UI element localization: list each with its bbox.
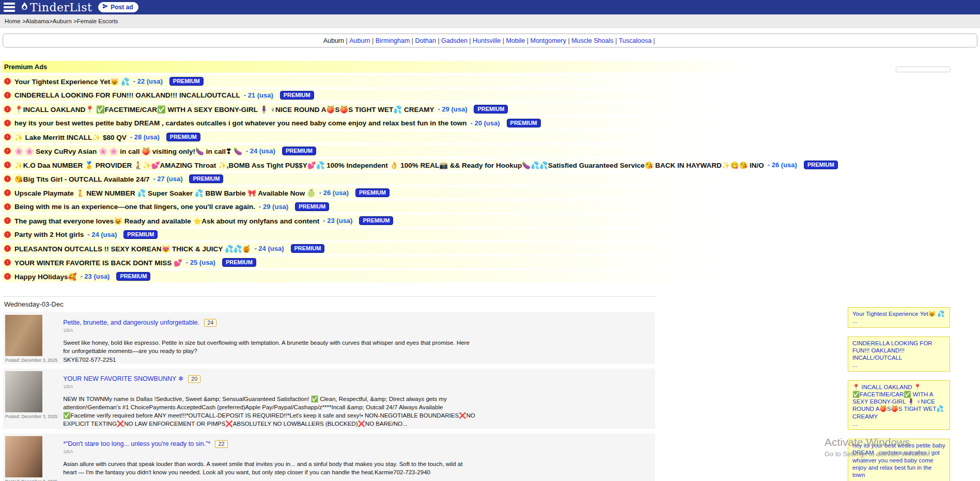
listing-title[interactable]: Petite, brunette, and dangerously unforg… [63,319,199,326]
premium-ad-title[interactable]: Your Tightest Experience Yet😺 💦 [14,77,130,86]
premium-ad-title[interactable]: PLEASANTON OUTCALLS !! SEXY KOREAN😻 THIC… [14,245,251,253]
date-header: Wednesday-03-Dec [3,299,655,312]
premium-ad-title[interactable]: ✨K.O Daa NUMBER 🥇 PROVIDER 🧎✨💕AMAZING Th… [14,161,764,169]
city-link-tuscaloosa[interactable]: Tuscaloosa [619,37,651,44]
ellipsis: ... [852,420,945,427]
premium-ad-age: - 24 (usa) [254,245,284,252]
city-link-muscle-shoals[interactable]: Muscle Shoals [571,37,613,44]
listing-title[interactable]: *"Don't stare too long... unless you're … [63,440,210,447]
listing-row: Posted: December 3, 2025 YOUR NEW FAVORI… [3,368,655,429]
listing-row: Posted: December 3, 2025 Petite, brunett… [3,312,655,364]
premium-ad-age: - 29 (usa) [259,203,288,211]
breadcrumb-state[interactable]: Alabama [26,18,49,24]
city-link-dothan[interactable]: Dothan [415,37,436,44]
menu-icon[interactable] [4,3,15,12]
premium-badge: PREMIUM [355,188,390,197]
listing-description: Sweet like honey, bold like espresso. Pe… [63,339,476,356]
up-arrow-icon: ↑ [4,134,11,140]
posted-date: Posted: December 3, 2025 [5,414,57,419]
premium-ad-title[interactable]: 📍INCALL OAKLAND📍 ✅FACETIME/CAR✅ WITH A S… [14,105,434,114]
sidebar-ad[interactable]: CINDERELLA LOOKING FOR FUN!!! OAKLAND!!!… [848,336,950,372]
flame-icon [20,1,30,14]
premium-ad-row[interactable]: ↑CINDERELLA LOOKING FOR FUN!!! OAKLAND!!… [2,89,978,101]
up-arrow-icon: ↑ [4,273,11,280]
premium-ad-row[interactable]: ↑Happy HOlidays🥰- 23 (usa)PREMIUM [2,270,978,282]
premium-ad-title[interactable]: YOUR WINTER FAVORITE IS BACK DONT MISS 💕 [14,259,182,267]
age-badge: 24 [204,319,216,327]
up-arrow-icon: ↑ [4,162,11,168]
sidebar-ad[interactable]: hey its your best wettes petite baby DRE… [848,439,950,481]
premium-ad-row[interactable]: ↑✨ Lake Merritt INCALL✨ $80 QV- 28 (usa)… [2,131,978,143]
premium-badge: PREMIUM [189,174,223,183]
listing-photo[interactable] [5,315,42,356]
premium-ad-row[interactable]: ↑Party with 2 Hot girls- 24 (usa)PREMIUM [2,229,978,241]
up-arrow-icon: ↑ [4,175,11,182]
premium-ad-title[interactable]: The pawg that everyone loves😺 Ready and … [14,217,319,225]
daily-listings: Wednesday-03-Dec Posted: December 3, 202… [3,296,655,481]
listing-photo[interactable] [5,371,42,412]
paper-plane-icon [102,3,108,11]
sidebar-premium-ads: Your Tightest Experience Yet😺 💦 ... CIND… [848,307,950,481]
premium-ad-title[interactable]: 🌸 🌸 Sexy CuRvy Asian 🌸 🌸 in call 🍑 visit… [14,147,242,155]
premium-ad-row[interactable]: ↑YOUR WINTER FAVORITE IS BACK DONT MISS … [2,256,978,268]
premium-badge: PREMIUM [116,272,150,281]
premium-ad-row[interactable]: ↑Your Tightest Experience Yet😺 💦- 22 (us… [2,75,978,87]
premium-badge: PREMIUM [166,133,200,141]
premium-ad-title[interactable]: 😘Big Tits Girl - OUTCALL Available 24/7 [14,175,149,183]
premium-ad-title[interactable]: CINDERELLA LOOKING FOR FUN!!! OAKLAND!!!… [14,91,240,99]
premium-ad-row[interactable]: ↑✨K.O Daa NUMBER 🥇 PROVIDER 🧎✨💕AMAZING T… [2,159,978,171]
ellipsis: ... [852,317,945,325]
listing-country: USA [64,328,476,333]
premium-ad-age: - 29 (usa) [438,105,467,113]
breadcrumb-category: Female Escorts [77,18,118,24]
city-link-mobile[interactable]: Mobile [506,37,525,44]
ellipsis: ... [852,478,945,481]
up-arrow-icon: ↑ [4,203,11,210]
age-badge: 20 [188,375,200,383]
city-link-montgomery[interactable]: Montgomery [530,37,566,44]
premium-ad-age: - 24 (usa) [246,147,275,155]
premium-ad-title[interactable]: hey its your best wettes petite baby DRE… [14,119,466,127]
breadcrumb-city[interactable]: Auburn [53,18,72,24]
premium-badge: PREMIUM [169,77,204,86]
listing-title[interactable]: YOUR NEW FAVORITE SNOWBUNNY ❄ [63,375,183,382]
premium-ad-row[interactable]: ↑🌸 🌸 Sexy CuRvy Asian 🌸 🌸 in call 🍑 visi… [2,145,978,157]
listing-country: USA [64,384,476,389]
premium-ad-title[interactable]: Being with me is an experience—one that … [14,203,255,211]
sidebar-ad[interactable]: Your Tightest Experience Yet😺 💦 ... [848,307,950,328]
premium-ad-row[interactable]: ↑PLEASANTON OUTCALLS !! SEXY KOREAN😻 THI… [2,243,978,254]
listing-phone: SKYE702-577-2251 [63,357,476,363]
premium-ad-row[interactable]: ↑hey its your best wettes petite baby DR… [2,117,978,129]
premium-badge: PREMIUM [474,105,508,114]
sidebar-ad[interactable]: 📍 INCALL OAKLAND 📍 ✅FACETIME/CAR✅ WITH A… [848,380,950,430]
listing-row: Posted: December 3, 2025 *"Don't stare t… [3,434,655,481]
premium-ad-title[interactable]: Party with 2 Hot girls [14,231,84,238]
city-link-huntsville[interactable]: Huntsville [473,37,501,44]
premium-ad-row[interactable]: ↑😘Big Tits Girl - OUTCALL Available 24/7… [2,173,978,185]
premium-ad-row[interactable]: ↑The pawg that everyone loves😺 Ready and… [2,215,978,227]
breadcrumb-home[interactable]: Home [5,18,21,24]
up-arrow-icon: ↑ [4,92,11,99]
up-arrow-icon: ↑ [4,231,11,238]
city-current: Auburn [323,37,344,44]
premium-ad-row[interactable]: ↑Being with me is an experience—one that… [2,201,978,213]
post-ad-button[interactable]: Post ad [98,2,138,12]
premium-ad-title[interactable]: ✨ Lake Merritt INCALL✨ $80 QV [14,133,127,141]
premium-ad-row[interactable]: ↑📍INCALL OAKLAND📍 ✅FACETIME/CAR✅ WITH A … [2,103,978,115]
premium-ad-age: - 23 (usa) [80,272,110,280]
city-link-auburn[interactable]: Auburn [349,37,370,44]
premium-ad-age: - 23 (usa) [323,217,352,225]
premium-ad-title[interactable]: Happy HOlidays🥰 [14,272,76,281]
city-link-birmingham[interactable]: Birmingham [376,37,410,44]
premium-header: Premium Ads [2,61,978,73]
ad-placeholder-box [896,67,951,72]
listing-photo[interactable] [5,436,42,477]
listing-country: USA [64,449,476,454]
brand-logo[interactable]: TinderList [20,1,92,14]
up-arrow-icon: ↑ [4,189,11,196]
premium-ad-row[interactable]: ↑Upscale Playmate 🧜 NEW NUMBER 💦 Super S… [2,187,978,199]
premium-ad-title[interactable]: Upscale Playmate 🧜 NEW NUMBER 💦 Super So… [14,189,316,197]
up-arrow-icon: ↑ [4,120,11,126]
up-arrow-icon: ↑ [4,106,11,113]
city-link-gadsden[interactable]: Gadsden [441,37,468,44]
